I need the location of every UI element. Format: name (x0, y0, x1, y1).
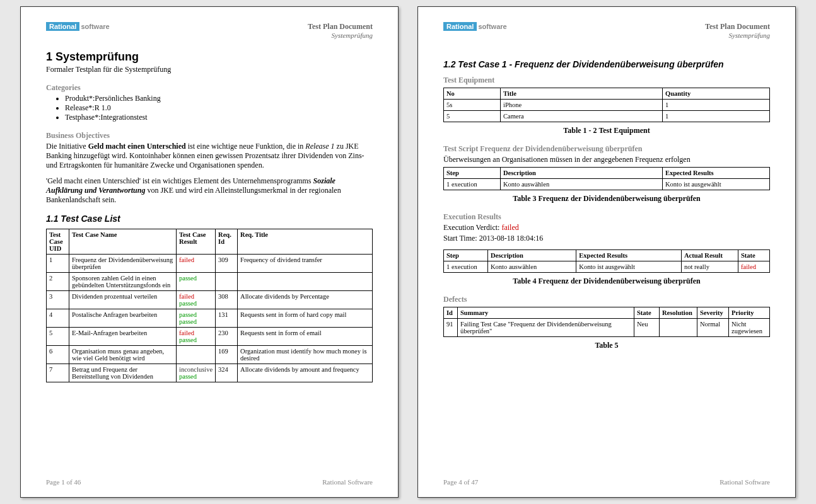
page-header: Rational software Test Plan Document Sys… (46, 22, 373, 39)
doc-title: Test Plan Document (308, 22, 373, 32)
category-item: Produkt*:Persönliches Banking (65, 94, 373, 103)
page1-content: 1 Systemprüfung Formaler Testplan für di… (46, 50, 373, 473)
logo-software: software (81, 23, 109, 30)
doc-subtitle: Systemprüfung (705, 32, 770, 39)
logo-rational: Rational (443, 22, 477, 31)
logo-rational: Rational (46, 22, 79, 31)
table-row: 1 executionKonto auswählenKonto ist ausg… (444, 261, 770, 273)
bo-paragraph-1: Die Initiative Geld macht einen Untersch… (46, 142, 373, 170)
th-reqid: Req. Id (216, 229, 238, 255)
th-result: Test Case Result (177, 229, 216, 255)
doc-title: Test Plan Document (705, 22, 770, 32)
categories-list: Produkt*:Persönliches Banking Release*:R… (65, 94, 373, 122)
document-page-1: Rational software Test Plan Document Sys… (20, 6, 399, 498)
table-row: 2Sponsoren zahlen Geld in einen gebündel… (47, 273, 373, 291)
test-script-table: Step Description Expected Results 1 exec… (443, 167, 770, 190)
page2-content: 1.2 Test Case 1 - Frequenz der Dividende… (443, 50, 770, 473)
header-right: Test Plan Document Systemprüfung (308, 22, 373, 39)
business-objectives-title: Business Objectives (46, 131, 373, 140)
bo-paragraph-2: 'Geld macht einen Unterschied' ist ein w… (46, 176, 373, 205)
footer-page: Page 1 of 46 (46, 478, 81, 486)
defects-table: Id Summary State Resolution Severity Pri… (443, 307, 770, 337)
execution-results-table: Step Description Expected Results Actual… (443, 249, 770, 273)
table-row: 5Camera1 (444, 111, 770, 122)
def-caption: Table 5 (443, 341, 770, 350)
table-row: 4Postalische Anfragen bearbeitenpassedpa… (47, 309, 373, 328)
table-row: 1Frequenz der Dividendenüberweisung über… (47, 255, 373, 273)
th-uid: Test Case UID (47, 229, 69, 255)
heading-1-2: 1.2 Test Case 1 - Frequenz der Dividende… (443, 59, 770, 69)
th-reqtitle: Req. Title (238, 229, 373, 255)
test-script-desc: Überweisungen an Organisationen müssen i… (443, 155, 770, 164)
test-script-title: Test Script Frequenz der Dividendenüberw… (443, 144, 770, 154)
footer-company: Rational Software (720, 478, 770, 486)
category-item: Testphase*:Integrationstest (65, 113, 373, 122)
table-row: 5siPhone1 (444, 100, 770, 111)
er-caption: Table 4 Frequenz der Dividendenüberweisu… (443, 277, 770, 286)
execution-results-title: Execution Results (443, 212, 770, 222)
table-row: 3Dividenden prozentual verteilenfailedpa… (47, 291, 373, 309)
test-case-list-table: Test Case UID Test Case Name Test Case R… (46, 229, 373, 382)
subtitle: Formaler Testplan für die Systemprüfung (46, 65, 373, 74)
category-item: Release*:R 1.0 (65, 103, 373, 113)
categories-title: Categories (46, 83, 373, 93)
test-equipment-table: No Title Quantity 5siPhone15Camera1 (443, 88, 770, 122)
page-header: Rational software Test Plan Document Sys… (443, 22, 770, 39)
defects-title: Defects (443, 295, 770, 304)
table-row: 6Organisation muss genau angeben, wie vi… (47, 346, 373, 364)
page-footer: Page 1 of 46 Rational Software (46, 473, 373, 486)
rational-logo: Rational software (443, 22, 507, 31)
doc-subtitle: Systemprüfung (308, 32, 373, 39)
table-row: 7Betrag und Frequenz der Bereitstellung … (47, 364, 373, 382)
logo-software: software (478, 23, 506, 30)
table-row: 1 executionKonto auswählenKonto ist ausg… (444, 179, 770, 190)
heading-1-1: 1.1 Test Case List (46, 214, 373, 224)
document-page-2: Rational software Test Plan Document Sys… (417, 6, 796, 498)
rational-logo: Rational software (46, 22, 110, 31)
table-row: 5E-Mail-Anfragen bearbeitenfailedpassed2… (47, 328, 373, 346)
te-caption: Table 1 - 2 Test Equipment (443, 126, 770, 135)
execution-verdict: Execution Verdict: failed (443, 223, 770, 232)
table-row: 91Failing Test Case "Frequenz der Divide… (444, 319, 770, 337)
header-right: Test Plan Document Systemprüfung (705, 22, 770, 39)
page-footer: Page 4 of 47 Rational Software (443, 473, 770, 486)
execution-start: Start Time: 2013-08-18 18:04:16 (443, 234, 770, 243)
th-name: Test Case Name (69, 229, 177, 255)
footer-page: Page 4 of 47 (443, 478, 478, 486)
test-equipment-title: Test Equipment (443, 76, 770, 85)
footer-company: Rational Software (322, 478, 373, 486)
ts-caption: Table 3 Frequenz der Dividendenüberweisu… (443, 194, 770, 203)
heading-1: 1 Systemprüfung (46, 50, 373, 64)
